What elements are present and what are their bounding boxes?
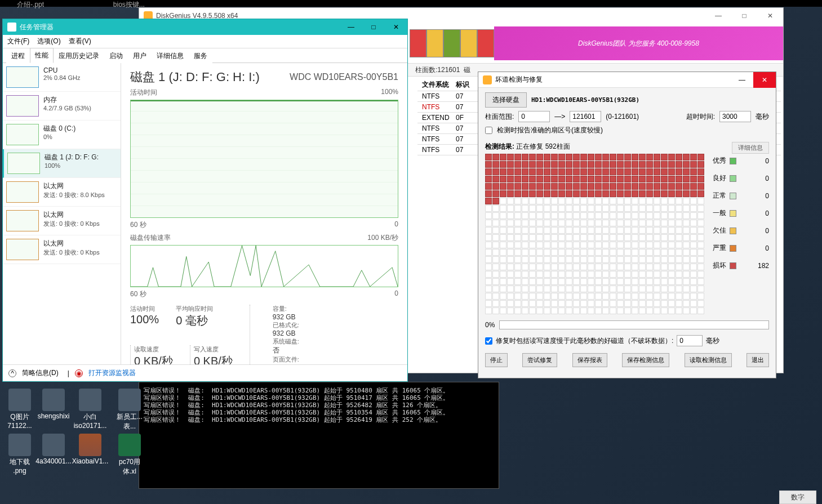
accurate-checkbox[interactable]: [485, 127, 492, 134]
sidebar-item[interactable]: 以太网发送: 0 接收: 8.0 Kbps: [3, 178, 121, 207]
taskbar-tray[interactable]: 数字: [779, 490, 816, 504]
sector-cell: [639, 183, 646, 190]
bs-action-button[interactable]: 保存报表: [572, 353, 607, 367]
sector-cell: [624, 300, 631, 307]
sector-cell: [676, 264, 682, 270]
minimize-button[interactable]: —: [705, 8, 731, 24]
sector-cell: [551, 154, 558, 160]
sector-cell: [595, 183, 602, 190]
tab-进程[interactable]: 进程: [6, 48, 30, 63]
banner-btn[interactable]: [443, 29, 460, 57]
sector-cell: [558, 307, 565, 314]
cyl-to-input[interactable]: [570, 111, 601, 122]
sector-cell: [632, 154, 638, 160]
close-button[interactable]: ✕: [753, 72, 776, 88]
sidebar-item[interactable]: 磁盘 0 (C:)0%: [3, 121, 121, 149]
tm-titlebar[interactable]: 任务管理器 — □ ✕: [3, 19, 407, 35]
timeout-unit: 毫秒: [756, 112, 769, 122]
menu-view[interactable]: 查看(V): [69, 37, 91, 46]
console-output[interactable]: 写扇区错误！ 磁盘: HD1:WDCWD10EARS-00Y5B1(932GB)…: [139, 382, 499, 489]
sector-cell: [654, 176, 660, 182]
desktop-icon[interactable]: shengshixi: [37, 389, 70, 420]
repair-slow-checkbox[interactable]: [485, 337, 492, 345]
tab-应用历史记录[interactable]: 应用历史记录: [54, 48, 104, 63]
repair-threshold-input[interactable]: [677, 335, 703, 346]
tab-详细信息[interactable]: 详细信息: [152, 48, 189, 63]
sector-cell: [654, 256, 660, 263]
sidebar-item[interactable]: 以太网发送: 0 接收: 0 Kbps: [3, 235, 121, 264]
close-button[interactable]: ✕: [385, 19, 407, 35]
sector-cell: [580, 176, 587, 182]
sector-cell: [617, 183, 624, 190]
sector-cell: [683, 183, 690, 190]
fs-cell: NTFS: [422, 124, 456, 132]
select-disk-button[interactable]: 选择硬盘: [485, 92, 527, 108]
sector-cell: [500, 212, 506, 219]
maximize-button[interactable]: □: [362, 19, 385, 35]
dg-ad-banner[interactable]: DiskGenius团队 为您服务 400-008-9958: [494, 26, 783, 60]
detail-button[interactable]: 详细信息: [732, 142, 769, 154]
sector-cell: [661, 212, 668, 219]
brief-info-link[interactable]: 简略信息(D): [22, 368, 59, 378]
sector-cell: [610, 154, 616, 160]
sector-cell: [507, 168, 514, 175]
sector-cell: [566, 154, 572, 160]
bs-action-button[interactable]: 保存检测信息: [622, 353, 669, 367]
sector-cell: [668, 205, 675, 212]
legend-label: 损坏: [713, 261, 726, 270]
tab-启动[interactable]: 启动: [104, 48, 128, 63]
bs-titlebar[interactable]: 坏道检测与修复 — ✕: [478, 72, 776, 88]
banner-btn[interactable]: [460, 29, 477, 57]
sector-cell: [697, 176, 704, 182]
banner-btn[interactable]: [477, 29, 494, 57]
sector-cell: [676, 278, 682, 285]
desktop-icon[interactable]: 小白 iso20171...: [73, 389, 107, 430]
sidebar-item[interactable]: 以太网发送: 0 接收: 0 Kbps: [3, 207, 121, 235]
banner-btn[interactable]: [426, 29, 443, 57]
sidebar-item[interactable]: 磁盘 1 (J: D: F: G:100%: [3, 149, 121, 178]
sidebar-item[interactable]: 内存4.2/7.9 GB (53%): [3, 92, 121, 121]
sector-cell: [536, 242, 543, 248]
sector-cell: [646, 154, 653, 160]
desktop-icon[interactable]: Q图片 71122...: [3, 389, 37, 430]
sector-cell: [573, 198, 580, 204]
maximize-button[interactable]: □: [731, 8, 757, 24]
sector-cell: [551, 264, 558, 270]
tab-服务[interactable]: 服务: [189, 48, 212, 63]
sidebar-item[interactable]: CPU2% 0.84 GHz: [3, 63, 121, 92]
menu-file[interactable]: 文件(F): [7, 37, 29, 46]
bs-action-button[interactable]: 读取检测信息: [685, 353, 732, 367]
timeout-input[interactable]: [719, 111, 751, 122]
sector-cell: [683, 154, 690, 160]
bs-action-button[interactable]: 尝试修复: [522, 353, 557, 367]
sector-cell: [690, 154, 697, 160]
open-resmon-link[interactable]: 打开资源监视器: [88, 368, 136, 378]
desktop-icon[interactable]: XiaobaiV1...: [73, 434, 107, 465]
tab-用户[interactable]: 用户: [128, 48, 152, 63]
legend-label: 欠佳: [713, 226, 726, 235]
prop-label: 系统磁盘:: [273, 337, 299, 346]
desktop-icon[interactable]: 地下载 .png: [3, 434, 37, 475]
sector-cell: [536, 271, 543, 278]
minimize-button[interactable]: —: [731, 72, 753, 88]
sector-cell: [573, 168, 580, 175]
ad-text: DiskGenius团队 为您服务 400-008-9958: [578, 39, 699, 48]
bs-action-button[interactable]: 停止: [485, 353, 508, 367]
menu-options[interactable]: 选项(O): [37, 37, 60, 46]
cyl-from-input[interactable]: [518, 111, 550, 122]
desktop-icon[interactable]: 4a340001...: [37, 434, 70, 465]
sector-cell: [610, 161, 616, 168]
sector-cell: [683, 286, 690, 292]
desktop-icon[interactable]: 新员工... 表...: [113, 389, 146, 431]
sector-cell: [646, 293, 653, 300]
banner-btn[interactable]: [410, 29, 426, 57]
sector-cell: [544, 154, 550, 160]
chevron-up-icon[interactable]: ^: [8, 369, 16, 377]
tab-性能[interactable]: 性能: [30, 48, 54, 63]
bs-action-button[interactable]: 退出: [747, 353, 769, 367]
close-button[interactable]: ✕: [757, 8, 783, 24]
desktop-icon[interactable]: pc70用 体.xl: [113, 434, 146, 476]
repair-unit: 毫秒: [706, 336, 719, 346]
minimize-button[interactable]: —: [340, 19, 362, 35]
sector-cell: [536, 234, 543, 241]
